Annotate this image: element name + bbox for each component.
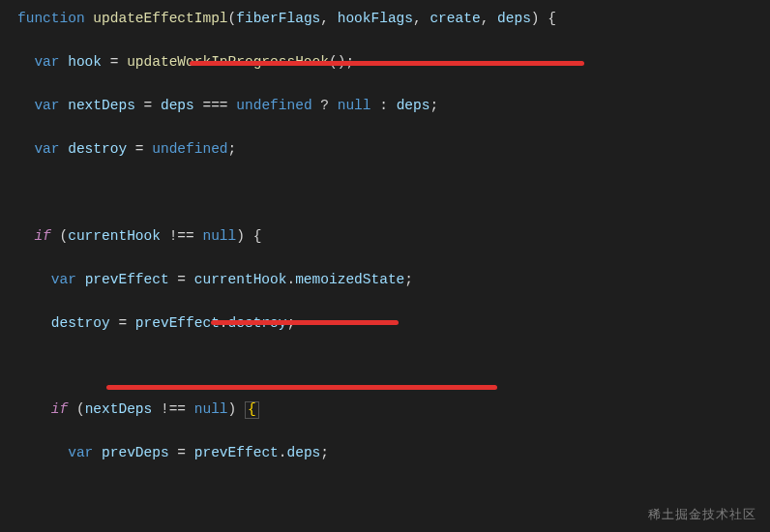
watermark: 稀土掘金技术社区 — [648, 505, 756, 524]
annotation-underline-2 — [211, 320, 399, 325]
code-block: function updateEffectImpl(fiberFlags, ho… — [0, 8, 770, 532]
annotation-underline-3 — [106, 385, 497, 390]
annotation-underline-1 — [190, 61, 584, 66]
